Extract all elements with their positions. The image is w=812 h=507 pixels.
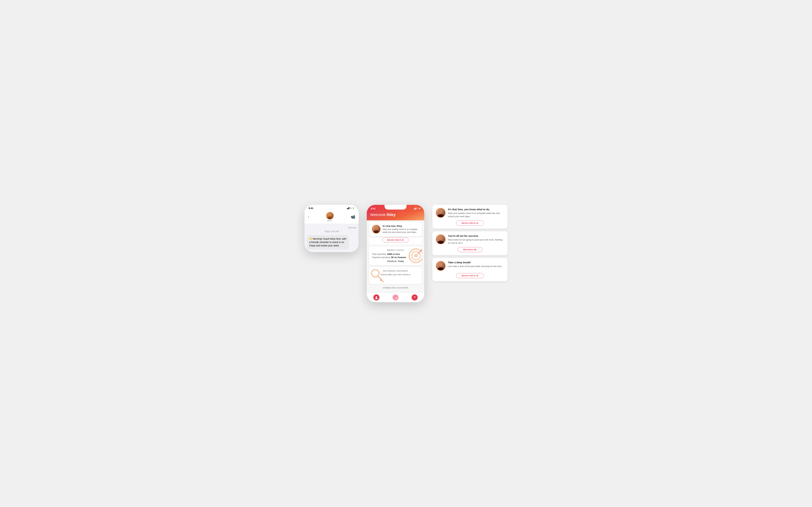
coach-card-3-desc: Let's take a look at the past week and p… [448, 265, 504, 268]
battery-icon: 🔋 [352, 207, 355, 209]
coach-card-3-text: Take a deep breath Let's take a look at … [448, 261, 504, 268]
date-label: Today 10:00 AM [307, 230, 356, 233]
begin-checkin-button[interactable]: BEGIN CHECK-IN [382, 238, 409, 242]
svg-point-3 [373, 230, 379, 233]
svg-point-2 [374, 226, 378, 229]
coach-card-2-desc: Next week we are going to push just a bi… [448, 238, 504, 245]
coach-card-2-avatar [436, 234, 446, 244]
coach-card-2-title: You're all set for success [448, 234, 504, 237]
checkin-desc: Start your weekly check-in to complete w… [383, 228, 419, 234]
coach-card-2-button[interactable]: MESSAGE ME [458, 247, 482, 252]
svg-point-18 [439, 236, 443, 240]
contact-info: Aitza › [326, 212, 334, 222]
coach-card-1-desc: Start your weekly check-in to complete w… [448, 212, 504, 218]
video-call-icon[interactable]: 📹 [351, 215, 355, 219]
connected-accounts-title: CONNECTED ACCOUNTS [369, 287, 422, 289]
tab-bar: ? [367, 292, 424, 302]
app-content: It's that time, Riley. Start your weekly… [367, 220, 424, 293]
checkin-card: It's that time, Riley. Start your weekly… [369, 222, 422, 236]
svg-point-1 [327, 217, 333, 219]
contact-chevron: › [332, 219, 333, 222]
total-spending-label: Total spending: [372, 253, 387, 256]
signal-icon [347, 207, 349, 209]
key-icon [370, 269, 384, 284]
coach-card-1: It's that time, you know what to do. Sta… [433, 205, 507, 229]
welcome-name: Riley [387, 213, 396, 217]
coach-card-1-avatar [436, 208, 446, 218]
contact-name: Aitza › [327, 219, 333, 222]
svg-point-12 [376, 296, 377, 298]
checkin-label: Check-in: [387, 260, 397, 263]
svg-point-20 [439, 263, 443, 266]
coach-card-3-title: Take a deep breath [448, 261, 504, 264]
coach-card-1-inner: It's that time, you know what to do. Sta… [436, 208, 504, 218]
total-spending-value: $400 or less [387, 253, 400, 256]
home-tab[interactable] [393, 294, 399, 300]
message-bubble: ☀️ Morning! Coach Aitza here, with a fri… [307, 235, 349, 249]
svg-point-13 [375, 298, 377, 299]
weekly-focus-card: WEEKLY FOCUS Total spending: $400 or les… [369, 246, 422, 265]
app-status-icons: ∿ ▮ [414, 207, 420, 210]
targeted-spending-label: Targeted spending: [372, 256, 391, 259]
coach-avatar-app [372, 225, 380, 234]
svg-line-10 [378, 276, 383, 282]
svg-point-15 [396, 297, 397, 298]
svg-point-14 [395, 297, 396, 298]
coach-card-2: You're all set for success Next week we … [433, 231, 507, 255]
delivered-label: Delivered [307, 227, 356, 229]
svg-point-17 [438, 214, 444, 217]
app-header: Welcome Riley [367, 211, 424, 220]
page-wrapper: 9:41 ∿ 🔋 ‹ [305, 205, 507, 302]
coach-card-1-text: It's that time, you know what to do. Sta… [448, 208, 504, 218]
coach-cards-column: It's that time, you know what to do. Sta… [433, 205, 507, 281]
coach-card-3-button[interactable]: BEGIN CHECK-IN [456, 273, 484, 278]
coach-card-3-avatar [436, 261, 446, 271]
coach-card-3-inner: Take a deep breath Let's take a look at … [436, 261, 504, 271]
coach-card-1-button[interactable]: BEGIN CHECK-IN [456, 221, 484, 226]
recurring-expenses-card: RECURRING EXPENSES Unlock after your nex… [369, 267, 422, 284]
coach-card-1-title: It's that time, you know what to do. [448, 208, 504, 211]
welcome-heading: Welcome Riley [370, 213, 421, 217]
app-wifi-icon: ∿ [417, 207, 418, 210]
msg-status-icons: ∿ 🔋 [347, 207, 355, 209]
targeted-spending-value: $0 on Amazon [391, 256, 406, 259]
app-phone-notch [385, 205, 407, 210]
app-phone: 9:41 ∿ ▮ Welcome Riley [367, 205, 424, 302]
svg-point-6 [414, 254, 418, 258]
coach-card-3: Take a deep breath Let's take a look at … [433, 258, 507, 281]
back-button[interactable]: ‹ [308, 215, 309, 219]
messaging-phone: 9:41 ∿ 🔋 ‹ [305, 205, 359, 252]
app-battery-icon: ▮ [419, 207, 420, 210]
svg-point-11 [380, 279, 382, 281]
svg-point-16 [439, 209, 443, 213]
profile-tab[interactable] [373, 294, 379, 300]
checkin-title: It's that time, Riley. [383, 225, 419, 227]
welcome-prefix: Welcome [370, 213, 387, 217]
app-time: 9:41 [371, 207, 375, 210]
contact-avatar [326, 212, 334, 219]
connected-accounts-section: CONNECTED ACCOUNTS [369, 286, 422, 289]
msg-body: Delivered Today 10:00 AM ☀️ Morning! Coa… [305, 224, 359, 252]
svg-point-0 [328, 213, 332, 216]
svg-point-21 [438, 267, 444, 270]
msg-header: ‹ Aitza › 📹 [305, 211, 359, 224]
coach-card-2-inner: You're all set for success Next week we … [436, 234, 504, 245]
app-signal-icon [414, 207, 416, 210]
coach-card-2-text: You're all set for success Next week we … [448, 234, 504, 245]
checkin-value: Today [398, 260, 404, 263]
phone-notch [320, 205, 343, 210]
help-tab[interactable]: ? [412, 294, 418, 300]
svg-point-19 [438, 241, 444, 244]
wifi-icon: ∿ [350, 207, 352, 209]
checkin-card-text: It's that time, Riley. Start your weekly… [383, 225, 419, 234]
target-icon [408, 248, 422, 263]
msg-time: 9:41 [309, 207, 313, 210]
